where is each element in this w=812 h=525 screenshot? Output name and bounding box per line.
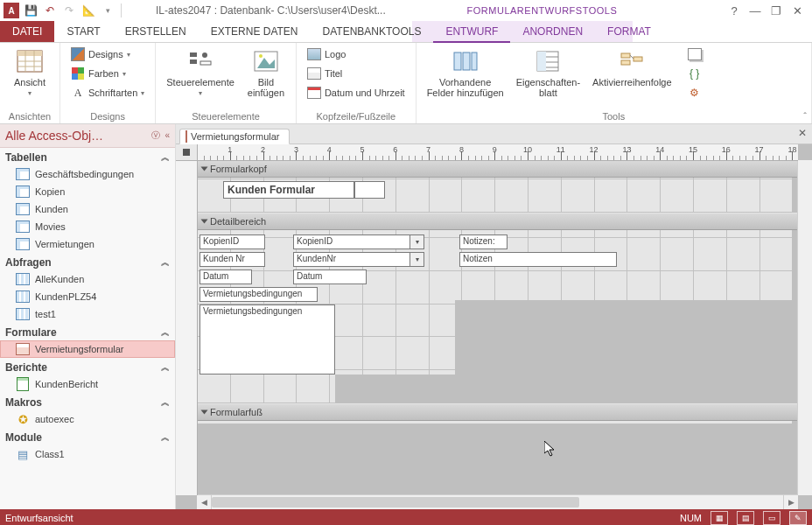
scroll-right-icon[interactable]: ▶ bbox=[783, 495, 798, 509]
textbox-notizen[interactable]: Notizen bbox=[459, 252, 617, 267]
ruler-origin-selector[interactable] bbox=[176, 144, 198, 161]
title-bar: A 💾 ↶ ↷ 📐 ▾ IL-ates2047 : Datenbank- C:\… bbox=[0, 0, 812, 21]
nav-item-query[interactable]: test1 bbox=[0, 305, 175, 323]
help-icon[interactable]: ? bbox=[728, 4, 740, 18]
empty-label-control[interactable] bbox=[354, 181, 385, 199]
form-title-control[interactable]: Kunden Formular bbox=[223, 181, 354, 199]
farben-button[interactable]: Farben ▾ bbox=[67, 65, 148, 82]
design-view-button[interactable]: ✎ bbox=[789, 511, 807, 525]
collapse-ribbon-icon[interactable]: ˆ bbox=[803, 111, 807, 122]
tab-externe-daten[interactable]: EXTERNE DATEN bbox=[199, 21, 311, 42]
steuerelemente-gallery[interactable]: Steuerelemente ▾ bbox=[163, 46, 238, 99]
section-bar-formularfuss[interactable]: Formularfuß bbox=[197, 403, 798, 421]
navpane-header[interactable]: Alle Access-Obj… ⓥ « bbox=[0, 124, 175, 148]
document-tab[interactable]: Vermietungsformular bbox=[179, 129, 290, 144]
nav-item-query[interactable]: AlleKunden bbox=[0, 270, 175, 288]
section-body-detailbereich[interactable]: KopienID KopienID ▾ Notizen: Kunden Nr K… bbox=[197, 230, 798, 403]
tab-datei[interactable]: DATEI bbox=[0, 21, 54, 42]
tab-entwurf[interactable]: ENTWURF bbox=[433, 21, 510, 43]
tab-format[interactable]: FORMAT bbox=[595, 21, 663, 42]
nav-section-abfragen[interactable]: Abfragen︽ bbox=[0, 253, 175, 270]
collapse-section-icon[interactable]: ︽ bbox=[161, 431, 170, 444]
collapse-section-icon[interactable]: ︽ bbox=[161, 396, 170, 409]
label-kopienid[interactable]: KopienID bbox=[200, 234, 265, 249]
nav-item-table[interactable]: Vermietungen bbox=[0, 235, 175, 253]
qat-customize-icon[interactable]: ▾ bbox=[100, 3, 116, 18]
horizontal-scrollbar[interactable]: ◀ ▶ bbox=[197, 494, 798, 509]
ansicht-button[interactable]: Ansicht ▾ bbox=[7, 46, 52, 99]
scroll-thumb[interactable] bbox=[212, 497, 579, 508]
vertical-scrollbar[interactable] bbox=[797, 160, 812, 495]
minimize-icon[interactable]: — bbox=[749, 4, 761, 18]
nav-item-table[interactable]: Movies bbox=[0, 218, 175, 235]
bild-einfuegen-button[interactable]: Bild einfügen bbox=[243, 46, 289, 100]
collapse-section-icon[interactable]: ︽ bbox=[161, 326, 170, 339]
subform-new-window-button[interactable] bbox=[684, 46, 705, 63]
datasheet-view-button[interactable]: ▤ bbox=[737, 511, 754, 525]
schriftarten-button[interactable]: A Schriftarten ▾ bbox=[67, 84, 148, 102]
tab-anordnen[interactable]: ANORDNEN bbox=[510, 21, 595, 42]
view-code-button[interactable]: { } bbox=[684, 65, 705, 82]
combo-kundennr[interactable]: KundenNr ▾ bbox=[293, 252, 424, 267]
nav-item-macro[interactable]: ✪autoexec bbox=[0, 410, 175, 428]
label-vermietungsbedingungen[interactable]: Vermietungsbedingungen bbox=[200, 287, 318, 302]
nav-section-tabellen[interactable]: Tabellen︽ bbox=[0, 148, 175, 165]
design-canvas[interactable]: 12 34 56 78 910 1112 1314 1516 1718 Form… bbox=[176, 144, 812, 509]
tab-start[interactable]: START bbox=[54, 21, 112, 42]
combo-kopienid[interactable]: KopienID ▾ bbox=[293, 234, 424, 249]
redo-icon[interactable]: ↷ bbox=[61, 3, 77, 18]
collapse-section-icon[interactable]: ︽ bbox=[161, 256, 170, 269]
ruler-icon[interactable]: 📐 bbox=[80, 3, 96, 18]
close-icon[interactable]: ✕ bbox=[791, 4, 803, 18]
eigenschaftenblatt-button[interactable]: Eigenschaften- blatt bbox=[513, 46, 584, 100]
nav-item-form-selected[interactable]: Vermietungsformular bbox=[0, 340, 175, 358]
nav-section-formulare[interactable]: Formulare︽ bbox=[0, 323, 175, 340]
nav-item-table[interactable]: Kunden bbox=[0, 200, 175, 218]
nav-item-table[interactable]: Geschäftsbedingungen bbox=[0, 165, 175, 183]
textbox-vermietungsbedingungen[interactable]: Vermietungsbedingungen bbox=[200, 304, 335, 374]
save-icon[interactable]: 💾 bbox=[23, 3, 38, 18]
nav-section-module[interactable]: Module︽ bbox=[0, 428, 175, 445]
section-body-formularfuss[interactable] bbox=[197, 421, 798, 495]
nav-section-berichte[interactable]: Berichte︽ bbox=[0, 358, 175, 375]
collapse-section-icon[interactable]: ︽ bbox=[161, 361, 170, 374]
nav-item-module[interactable]: ▤Class1 bbox=[0, 445, 175, 463]
restore-icon[interactable]: ❐ bbox=[770, 4, 782, 18]
section-body-formularkopf[interactable]: Kunden Formular bbox=[197, 178, 798, 213]
logo-button[interactable]: Logo bbox=[304, 46, 409, 63]
scroll-left-icon[interactable]: ◀ bbox=[197, 495, 212, 509]
collapse-section-icon[interactable]: ︽ bbox=[161, 151, 170, 164]
section-bar-formularkopf[interactable]: Formularkopf bbox=[197, 160, 798, 178]
navpane-dropdown-icon[interactable]: ⓥ « bbox=[151, 130, 170, 142]
label-notizen[interactable]: Notizen: bbox=[459, 234, 508, 249]
scroll-track[interactable] bbox=[212, 495, 783, 509]
label-kundennr[interactable]: Kunden Nr bbox=[200, 252, 265, 267]
textbox-datum[interactable]: Datum bbox=[293, 270, 367, 284]
label-datum[interactable]: Datum bbox=[200, 270, 252, 284]
designs-group-label: Designs bbox=[67, 111, 148, 123]
nav-item-report[interactable]: KundenBericht bbox=[0, 375, 175, 393]
titel-button[interactable]: Titel bbox=[304, 65, 409, 82]
layout-view-button[interactable]: ▭ bbox=[763, 511, 780, 525]
aktivierreihenfolge-button[interactable]: Aktivierreihenfolge bbox=[589, 46, 676, 89]
chevron-down-icon[interactable]: ▾ bbox=[410, 235, 424, 248]
tab-datenbanktools[interactable]: DATENBANKTOOLS bbox=[311, 21, 434, 42]
nav-item-table[interactable]: Kopien bbox=[0, 183, 175, 200]
access-app-icon[interactable]: A bbox=[4, 3, 19, 18]
section-bar-detailbereich[interactable]: Detailbereich bbox=[197, 213, 798, 230]
undo-icon[interactable]: ↶ bbox=[42, 3, 58, 18]
vorhandene-felder-button[interactable]: Vorhandene Felder hinzufügen bbox=[424, 46, 508, 100]
designs-button[interactable]: Designs ▾ bbox=[67, 46, 148, 63]
convert-macros-button[interactable]: ⚙ bbox=[684, 84, 705, 102]
chevron-down-icon[interactable]: ▾ bbox=[410, 253, 424, 266]
nav-section-makros[interactable]: Makros︽ bbox=[0, 393, 175, 410]
close-document-icon[interactable]: ✕ bbox=[798, 127, 807, 139]
tab-erstellen[interactable]: ERSTELLEN bbox=[113, 21, 199, 42]
form-view-button[interactable]: ▦ bbox=[710, 511, 728, 525]
colors-icon bbox=[71, 66, 85, 80]
nav-item-query[interactable]: KundenPLZ54 bbox=[0, 288, 175, 305]
ribbon-group-designs: Designs ▾ Farben ▾ A Schriftarten ▾ Desi… bbox=[60, 43, 156, 123]
ribbon-group-steuerelemente: Steuerelemente ▾ Bild einfügen Steuerele… bbox=[156, 43, 297, 123]
svg-rect-22 bbox=[621, 60, 630, 65]
datum-uhrzeit-button[interactable]: Datum und Uhrzeit bbox=[304, 84, 409, 102]
